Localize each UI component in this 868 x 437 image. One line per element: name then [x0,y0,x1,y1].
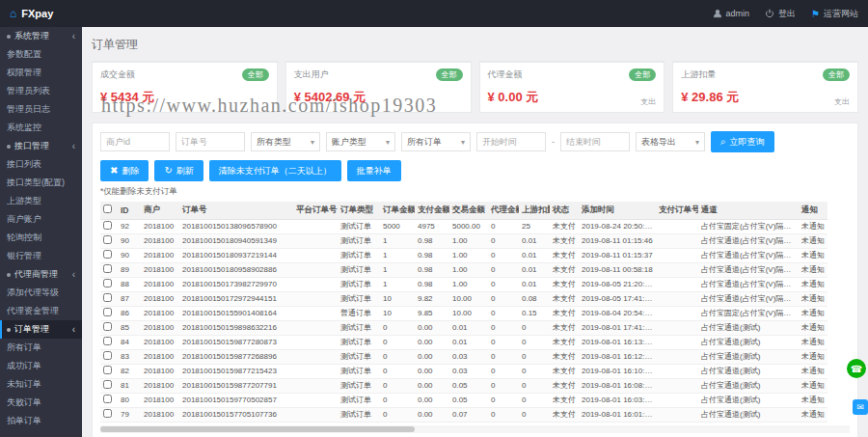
row-checkbox[interactable] [103,409,112,418]
cell-channel[interactable]: 占付宝通道(占付宝(V)隔个人会员专属23号) [698,233,799,248]
row-checkbox[interactable] [103,250,112,259]
cell-channel[interactable]: 占付宝通道(测试) [698,393,799,407]
cell-notify[interactable]: 未通知 [799,335,827,349]
column-header[interactable]: 支付金额 [415,202,449,219]
refresh-button[interactable]: ↻ 刷新 [154,160,203,181]
logout-button[interactable]: 登出 [765,8,796,20]
cell-notify[interactable]: 未通知 [799,262,827,277]
order-status-select[interactable]: 所有订单 ▾ [401,132,471,151]
end-time-input[interactable] [560,132,630,151]
row-checkbox[interactable] [103,279,112,287]
column-header[interactable]: 状态 [550,202,579,219]
column-header[interactable]: 通道 [698,202,799,219]
cell-notify[interactable]: 未通知 [799,320,827,335]
cell-notify[interactable]: 未通知 [799,393,827,407]
cell-notify[interactable]: 未通知 [799,407,827,422]
cell-type[interactable]: 测试订单 [338,378,380,393]
cell-type[interactable]: 普通订单 [338,306,380,320]
row-checkbox[interactable] [103,337,112,345]
column-header[interactable]: 订单类型 [338,202,380,219]
column-header[interactable]: 代理金额 [488,202,519,219]
customer-service-button[interactable]: ☎ [847,359,866,378]
search-button[interactable]: ⌕ 立即查询 [711,131,774,152]
row-checkbox[interactable] [103,395,112,403]
order-no-input[interactable] [176,132,245,151]
cell-type[interactable]: 测试订单 [338,320,380,335]
sidebar-item[interactable]: 失败订单 [0,394,82,412]
cell-channel[interactable]: 占付宝通道(测试) [698,320,799,335]
cell-notify[interactable]: 未通知 [799,219,827,233]
column-header[interactable]: 添加时间 [579,202,656,219]
cell-channel[interactable]: 占付宝通道(测试) [698,364,799,378]
sidebar-item[interactable]: 系统管理‹ [0,27,82,45]
column-header[interactable]: 支付订单号 [656,202,698,219]
sidebar-item[interactable]: 所有订单 [0,339,82,357]
sidebar-item[interactable]: 商户账户 [0,210,82,229]
column-header[interactable]: 通知 [799,202,827,219]
cell-channel[interactable]: 占付宝通道(占付宝(V)隔个人会员专属23号) [698,248,799,262]
cell-type[interactable]: 测试订单 [338,349,380,364]
cell-type[interactable]: 测试订单 [338,277,380,291]
cell-type[interactable]: 测试订单 [338,335,380,349]
cell-type[interactable]: 测试订单 [338,407,380,422]
cell-type[interactable]: 测试订单 [338,233,380,248]
sidebar-item[interactable]: 管理员列表 [0,82,82,100]
column-header[interactable]: 商户 [141,202,179,219]
cell-channel[interactable]: 占付宝固定(占付宝(V)隔个人会员专属23号) [698,306,799,320]
sidebar-item[interactable]: 订单管理‹ [0,320,82,339]
sidebar-item[interactable]: 上游类型 [0,192,82,210]
sidebar-item[interactable]: 添加代理等级 [0,284,82,302]
cell-channel[interactable]: 占付宝通道(占付宝(V)隔个人会员专属23号) [698,262,799,277]
site-link[interactable]: ⚑ 运营网站 [811,8,858,20]
batch-reissue-button[interactable]: 批量补单 [347,160,401,181]
row-checkbox[interactable] [103,322,112,331]
stat-badge[interactable]: 全部 [242,68,269,81]
column-header[interactable]: 订单号 [179,202,293,219]
sidebar-item[interactable]: 代理商管理‹ [0,265,82,284]
cell-notify[interactable]: 未通知 [799,378,827,393]
scrollbar-thumb[interactable] [100,426,415,432]
cell-channel[interactable]: 占付宝通道(占付宝(V)隔个人会员专属23号) [698,277,799,291]
cell-notify[interactable]: 未通知 [799,248,827,262]
clear-unpaid-button[interactable]: 清除未支付订单（二天以上） [209,160,341,181]
sidebar-item[interactable]: 权限管理 [0,64,82,82]
row-checkbox[interactable] [103,366,112,374]
cell-notify[interactable]: 未通知 [799,233,827,248]
row-checkbox[interactable] [103,308,112,316]
horizontal-scrollbar[interactable] [100,425,850,433]
cell-type[interactable]: 测试订单 [338,262,380,277]
cell-notify[interactable]: 未通知 [799,364,827,378]
start-time-input[interactable] [476,132,546,151]
cell-channel[interactable]: 占付宝通道(测试) [698,407,799,422]
cell-channel[interactable]: 占付宝通道(测试) [698,378,799,393]
cell-channel[interactable]: 占付宝通道(占付宝(V)隔个人会员专属23号) [698,291,799,306]
brand[interactable]: ⌂ FXpay [10,7,53,20]
export-select[interactable]: 表格导出 ▾ [636,132,705,151]
cell-type[interactable]: 测试订单 [338,364,380,378]
row-checkbox[interactable] [103,351,112,360]
sidebar-item[interactable]: 接口类型(配置) [0,174,82,192]
cell-notify[interactable]: 未通知 [799,277,827,291]
column-header[interactable]: 交易金额 [449,202,488,219]
cell-channel[interactable]: 占付宝固定(占付宝(V)隔个人会员专属23号) [698,219,799,233]
sidebar-item[interactable]: 接口管理‹ [0,137,82,155]
cell-type[interactable]: 测试订单 [338,219,380,233]
stat-badge[interactable]: 全部 [629,68,656,81]
merchant-id-input[interactable] [100,132,170,151]
cell-channel[interactable]: 占付宝通道(测试) [698,335,799,349]
type-select[interactable]: 所有类型 ▾ [251,132,320,151]
stat-badge[interactable]: 全部 [436,68,463,81]
message-button[interactable]: ✉ [853,399,868,415]
sidebar-item[interactable]: 管理员日志 [0,100,82,119]
stat-badge[interactable]: 全部 [823,68,850,81]
sidebar-item[interactable]: 代理资金管理 [0,302,82,320]
sidebar-item[interactable]: 未知订单 [0,375,82,394]
row-checkbox[interactable] [103,293,112,302]
cell-notify[interactable]: 未通知 [799,291,827,306]
sidebar-item[interactable]: 成功订单 [0,357,82,375]
column-header[interactable]: 上游扣量 [519,202,550,219]
sidebar-item[interactable]: 轮询控制 [0,229,82,247]
cell-type[interactable]: 测试订单 [338,248,380,262]
delete-button[interactable]: ✖ 删除 [100,160,149,181]
column-header[interactable]: ID [118,202,141,219]
